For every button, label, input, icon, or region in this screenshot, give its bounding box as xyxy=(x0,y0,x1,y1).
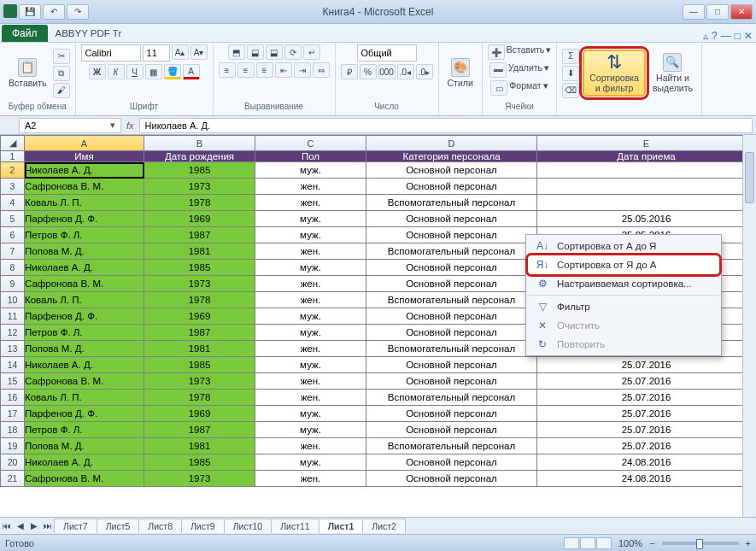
border-icon[interactable]: ▦ xyxy=(145,64,162,79)
cell[interactable]: 1987 xyxy=(144,227,255,243)
cell[interactable] xyxy=(537,179,756,195)
cell[interactable]: Петров Ф. Л. xyxy=(25,422,144,438)
sheet-nav-last[interactable]: ⏭ xyxy=(41,519,55,533)
cell[interactable]: Основной персонал xyxy=(366,211,537,227)
cell[interactable]: 25.07.2016 xyxy=(537,406,756,422)
cell[interactable]: жен. xyxy=(255,179,366,195)
row-header[interactable]: 7 xyxy=(1,243,25,260)
cell[interactable]: муж. xyxy=(255,454,366,471)
cell[interactable]: Попова М. Д. xyxy=(25,341,144,357)
cell[interactable]: Коваль Л. П. xyxy=(25,292,144,308)
font-size-select[interactable] xyxy=(143,44,170,62)
row-header[interactable]: 3 xyxy=(1,179,25,195)
percent-icon[interactable]: % xyxy=(360,64,377,79)
cut-icon[interactable]: ✂ xyxy=(53,49,70,64)
row-header[interactable]: 20 xyxy=(1,454,25,471)
italic-button[interactable]: К xyxy=(108,64,125,79)
orientation-icon[interactable]: ⟳ xyxy=(284,44,302,60)
row-header[interactable]: 19 xyxy=(1,438,25,454)
row-header[interactable]: 21 xyxy=(1,471,25,487)
menu-sort-za[interactable]: Я↓Сортировка от Я до А xyxy=(528,255,719,274)
cell[interactable]: 1985 xyxy=(144,162,255,179)
header-sex[interactable]: Пол xyxy=(255,151,366,162)
ribbon-minimize-icon[interactable]: ▵ xyxy=(703,30,708,42)
header-category[interactable]: Категория персонала xyxy=(366,151,537,162)
inc-decimal-icon[interactable]: .0◂ xyxy=(397,64,414,79)
cells-format-button[interactable]: ▭Формат ▾ xyxy=(490,80,548,96)
cell[interactable]: Парфенов Д. Ф. xyxy=(25,211,144,227)
cell[interactable]: Основной персонал xyxy=(366,179,537,195)
cell[interactable]: Основной персонал xyxy=(366,373,537,390)
cell[interactable]: 1969 xyxy=(144,211,255,227)
cell[interactable]: Николаев А. Д. xyxy=(25,260,144,276)
dec-decimal-icon[interactable]: .0▸ xyxy=(416,64,433,79)
col-A[interactable]: A xyxy=(25,136,144,151)
row-header[interactable]: 8 xyxy=(1,260,25,276)
cell[interactable]: Основной персонал xyxy=(366,406,537,422)
fill-color-icon[interactable]: 🪣 xyxy=(164,64,181,79)
cell[interactable]: жен. xyxy=(255,243,366,260)
sheet-tab-Лист5[interactable]: Лист5 xyxy=(97,519,140,533)
cell[interactable]: 24.08.2016 xyxy=(537,471,756,487)
cell[interactable]: 25.07.2016 xyxy=(537,438,756,454)
doc-restore-icon[interactable]: □ xyxy=(735,30,741,42)
font-name-select[interactable] xyxy=(81,44,141,62)
underline-button[interactable]: Ч xyxy=(126,64,144,79)
find-select-button[interactable]: 🔍 Найти и выделить xyxy=(649,51,696,95)
align-right-icon[interactable]: ≡ xyxy=(256,62,273,78)
cell[interactable]: муж. xyxy=(255,227,366,243)
cell[interactable]: жен. xyxy=(255,390,366,406)
cell[interactable]: Вспомогательный персонал xyxy=(366,292,537,308)
sheet-tab-Лист8[interactable]: Лист8 xyxy=(138,519,182,533)
cell[interactable]: 1981 xyxy=(144,341,255,357)
row-header[interactable]: 11 xyxy=(1,308,25,325)
sheet-tab-Лист7[interactable]: Лист7 xyxy=(54,519,97,533)
cells-insert-button[interactable]: ➕Вставить ▾ xyxy=(488,44,552,60)
format-painter-icon[interactable]: 🖌 xyxy=(53,83,70,98)
decrease-font-icon[interactable]: A▾ xyxy=(190,44,208,60)
ribbon-tab-10[interactable]: ABBYY PDF Tr xyxy=(48,25,130,42)
header-name[interactable]: Имя xyxy=(25,151,144,162)
cell[interactable]: Парфенов Д. Ф. xyxy=(25,406,144,422)
cell[interactable]: 25.07.2016 xyxy=(537,390,756,406)
autosum-icon[interactable]: Σ xyxy=(562,49,579,64)
vertical-scrollbar[interactable] xyxy=(742,135,756,517)
cell[interactable]: Николаев А. Д. xyxy=(25,454,144,471)
col-D[interactable]: D xyxy=(366,136,537,151)
cell[interactable]: Основной персонал xyxy=(366,162,537,179)
cell[interactable]: жен. xyxy=(255,276,366,292)
cell[interactable]: 24.08.2016 xyxy=(537,454,756,471)
sheet-tab-Лист2[interactable]: Лист2 xyxy=(362,519,406,533)
sheet-nav-first[interactable]: ⏮ xyxy=(0,519,14,533)
row-header[interactable]: 1 xyxy=(1,151,25,162)
row-header[interactable]: 10 xyxy=(1,292,25,308)
worksheet-grid[interactable]: ◢ A B C D E 1 Имя Дата рождения Пол Кате… xyxy=(0,135,756,517)
cell[interactable]: 1973 xyxy=(144,276,255,292)
cell[interactable]: Сафронова В. М. xyxy=(25,373,144,390)
cell[interactable]: 1981 xyxy=(144,243,255,260)
cell[interactable]: 25.05.2016 xyxy=(537,211,756,227)
cell[interactable]: 1969 xyxy=(144,406,255,422)
row-header[interactable]: 18 xyxy=(1,422,25,438)
qat-redo-icon[interactable]: ↷ xyxy=(67,4,89,20)
cell[interactable]: жен. xyxy=(255,471,366,487)
col-C[interactable]: C xyxy=(255,136,366,151)
cell[interactable]: 1985 xyxy=(144,454,255,471)
sheet-tab-Лист9[interactable]: Лист9 xyxy=(181,519,225,533)
sheet-nav-next[interactable]: ▶ xyxy=(27,519,41,533)
cell[interactable]: Сафронова В. М. xyxy=(25,276,144,292)
menu-filter[interactable]: ▽Фильтр xyxy=(528,297,719,316)
cell[interactable]: 1973 xyxy=(144,179,255,195)
align-middle-icon[interactable]: ⬓ xyxy=(247,44,264,60)
fx-icon[interactable]: fx xyxy=(126,120,134,131)
cell[interactable]: муж. xyxy=(255,357,366,373)
sheet-nav-prev[interactable]: ◀ xyxy=(14,519,27,533)
paste-button[interactable]: 📋 Вставить xyxy=(5,56,50,91)
cell[interactable]: Николаев А. Д. xyxy=(25,357,144,373)
cell[interactable]: Основной персонал xyxy=(366,471,537,487)
cell[interactable]: муж. xyxy=(255,211,366,227)
zoom-in-button[interactable]: + xyxy=(746,538,751,548)
clear-icon[interactable]: ⌫ xyxy=(562,83,579,98)
decrease-indent-icon[interactable]: ⇤ xyxy=(275,62,292,78)
cell[interactable]: Основной персонал xyxy=(366,308,537,325)
